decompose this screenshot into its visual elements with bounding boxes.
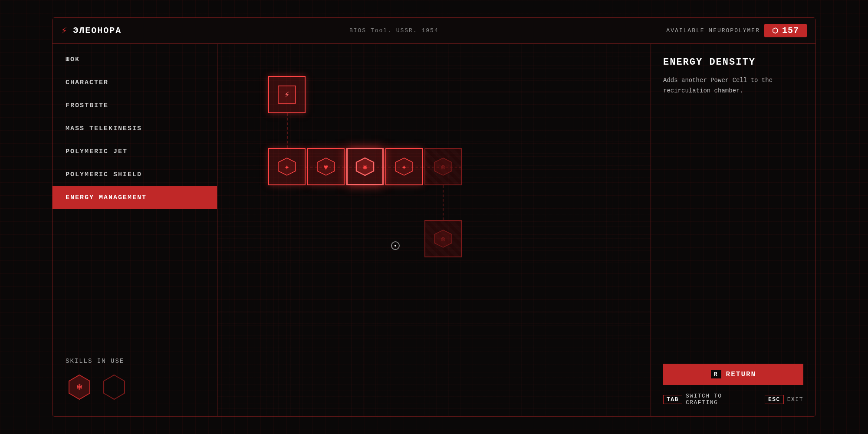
skill-hex-2[interactable] (100, 373, 128, 401)
neuropolymer-label: AVAILABLE NEUROPOLYMER (666, 27, 760, 34)
skill-node-r2c5[interactable]: ⊗ (424, 148, 462, 185)
connector-v1 (287, 113, 288, 148)
svg-text:❄: ❄ (76, 382, 82, 393)
skills-label: SKILLS IN USE (66, 358, 204, 365)
skill-hex-1[interactable]: ❄ (66, 373, 93, 401)
skill-tree-area[interactable]: ⚡ ✦ ♥ (217, 44, 651, 416)
sidebar-item-polymeric-jet[interactable]: POLYMERIC JET (53, 140, 217, 163)
esc-action[interactable]: ESC EXIT (765, 395, 803, 404)
header-subtitle: BIOS Tool. USSR. 1954 (349, 27, 439, 34)
svg-text:⚡: ⚡ (284, 90, 289, 101)
character-name: ЭЛЕОНОРА (73, 26, 122, 36)
tab-label: SWITCH TO CRAFTING (686, 393, 753, 406)
sidebar-item-mass-telekinesis[interactable]: MASS TELEKINESIS (53, 117, 217, 140)
skill-title: ENERGY DENSITY (663, 57, 803, 68)
bottom-actions: TAB SWITCH TO CRAFTING ESC EXIT (663, 393, 803, 406)
sidebar: ШОK CHARACTER FROSTBITE MASS TELEKINESIS… (53, 44, 217, 416)
svg-text:✸: ✸ (362, 162, 368, 172)
connector-v2 (443, 185, 444, 220)
tab-action[interactable]: TAB SWITCH TO CRAFTING (663, 393, 753, 406)
neuropolymer-icon: ⬡ (772, 26, 779, 35)
skill-node-r2c4[interactable]: ✦ (385, 148, 423, 185)
skill-node-r2c1[interactable]: ✦ (268, 148, 306, 185)
sidebar-item-energy-management[interactable]: ENERGY MANAGEMENT (53, 186, 217, 209)
nav-list: ШОK CHARACTER FROSTBITE MASS TELEKINESIS… (53, 44, 217, 347)
header-right: AVAILABLE NEUROPOLYMER ⬡ 157 (666, 24, 807, 37)
skill-node-r2c2[interactable]: ♥ (307, 148, 345, 185)
svg-text:✦: ✦ (401, 162, 407, 172)
svg-text:♥: ♥ (324, 163, 329, 172)
logo-icon: ⚡ (61, 25, 67, 36)
return-button[interactable]: R RETURN (663, 364, 803, 385)
info-panel: ENERGY DENSITY Adds another Power Cell t… (651, 44, 815, 416)
sidebar-item-frostbite[interactable]: FROSTBITE (53, 94, 217, 117)
svg-marker-2 (104, 375, 125, 399)
esc-key-badge: ESC (765, 395, 784, 404)
svg-text:✦: ✦ (284, 162, 289, 172)
body: ШОK CHARACTER FROSTBITE MASS TELEKINESIS… (53, 44, 815, 416)
skill-node-r3c5[interactable]: ⊗ (424, 220, 462, 257)
main-window: ⚡ ЭЛЕОНОРА BIOS Tool. USSR. 1954 AVAILAB… (52, 17, 816, 417)
neuropolymer-count: ⬡ 157 (764, 24, 807, 37)
neuropolymer-value: 157 (782, 26, 799, 36)
tab-key-badge: TAB (663, 395, 682, 404)
header-left: ⚡ ЭЛЕОНОРА (61, 25, 122, 36)
skill-nodes: ⚡ ✦ ♥ (217, 44, 651, 416)
sidebar-item-polymeric-shield[interactable]: POLYMERIC SHIELD (53, 163, 217, 186)
esc-label: EXIT (787, 396, 803, 403)
return-label: RETURN (726, 371, 756, 378)
skill-node-top[interactable]: ⚡ (268, 76, 306, 113)
sidebar-item-character[interactable]: CHARACTER (53, 71, 217, 94)
skills-icons: ❄ (66, 373, 204, 401)
skill-node-r2c3[interactable]: ✸ (346, 148, 384, 185)
svg-text:⊗: ⊗ (441, 163, 446, 172)
header: ⚡ ЭЛЕОНОРА BIOS Tool. USSR. 1954 AVAILAB… (53, 18, 815, 44)
return-key-badge: R (710, 370, 722, 379)
sidebar-item-shok[interactable]: ШОK (53, 48, 217, 71)
skills-panel: SKILLS IN USE ❄ (53, 347, 217, 416)
cursor-dot (391, 241, 400, 250)
skill-description: Adds another Power Cell to the recircula… (663, 76, 803, 364)
svg-text:⊗: ⊗ (441, 235, 446, 244)
